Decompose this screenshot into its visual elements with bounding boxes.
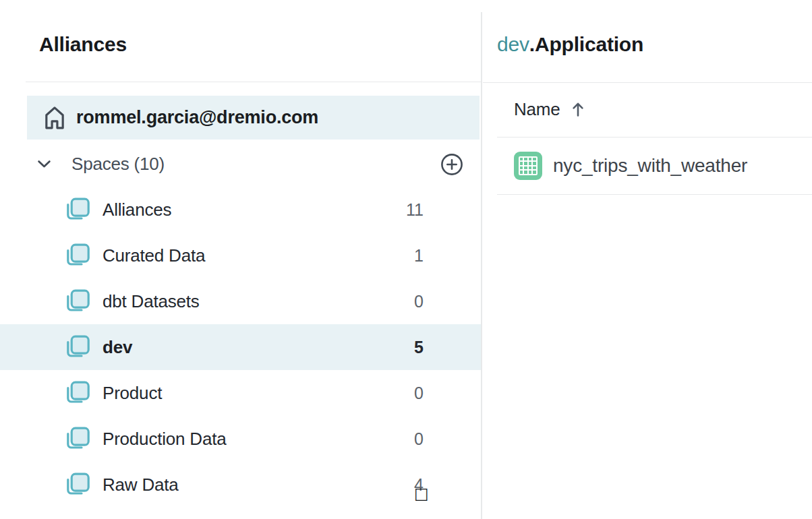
dataset-grid-icon [514, 152, 542, 180]
space-name-label: dev [103, 337, 401, 358]
spaces-section-label: Spaces (10) [71, 154, 440, 175]
space-icon [64, 197, 90, 222]
space-dataset-count: 0 [401, 384, 424, 403]
space-dataset-count: 0 [401, 292, 424, 311]
home-user-label: rommel.garcia@dremio.com [76, 107, 318, 128]
dataset-row[interactable]: nyc_trips_with_weather [482, 138, 812, 194]
space-name-label: Product [103, 383, 401, 404]
breadcrumb: dev.Application [497, 34, 643, 55]
panel-header-divider [483, 82, 812, 83]
space-icon [64, 426, 90, 452]
breadcrumb-separator: . [529, 33, 535, 55]
plus-circle-icon [440, 153, 463, 176]
name-column-label: Name [514, 99, 560, 120]
space-tree-row[interactable]: Production Data 0 [0, 416, 481, 462]
space-tree-row[interactable]: Curated Data 1 [0, 233, 481, 278]
name-column-header[interactable]: Name [514, 99, 585, 120]
sort-ascending-icon [571, 101, 585, 118]
space-dataset-count: 11 [401, 200, 424, 220]
space-name-label: Alliances [103, 200, 401, 220]
space-icon [64, 288, 90, 314]
space-icon [64, 380, 90, 406]
breadcrumb-space-link[interactable]: dev [497, 33, 529, 55]
space-name-label: Raw Data [103, 475, 401, 495]
space-dataset-count: 0 [401, 429, 424, 449]
home-user-row[interactable]: rommel.garcia@dremio.com [27, 96, 480, 140]
space-dataset-count: 5 [401, 338, 424, 357]
space-name-label: dbt Datasets [103, 291, 401, 312]
space-icon [64, 472, 90, 497]
space-icon [64, 243, 90, 268]
add-space-button[interactable] [440, 153, 463, 176]
space-tree-row[interactable]: Alliances 11 [0, 187, 481, 233]
space-name-label: Curated Data [103, 245, 401, 266]
space-tree-row[interactable]: Product 0 [0, 370, 481, 416]
space-tree-row[interactable]: dev 5 [0, 324, 481, 370]
chevron-down-icon[interactable] [37, 160, 51, 169]
space-tree-row[interactable]: Raw Data 4 [0, 462, 481, 508]
space-name-label: Production Data [103, 429, 401, 450]
spaces-section-header[interactable]: Spaces (10) [0, 142, 481, 187]
spaces-tree-list: Alliances 11 Curated Data 1 [0, 187, 481, 508]
breadcrumb-entity: Application [535, 33, 643, 55]
stray-glyph-box: □ [414, 485, 429, 502]
space-dataset-count: 1 [401, 246, 424, 266]
space-icon [64, 334, 90, 360]
dataset-row-divider [497, 194, 812, 195]
sidebar-title-divider [26, 82, 481, 82]
dataset-name-label: nyc_trips_with_weather [553, 155, 747, 177]
spaces-sidebar: Alliances rommel.garcia@dremio.com Space… [0, 0, 481, 519]
catalog-page: Alliances rommel.garcia@dremio.com Space… [0, 0, 812, 519]
dataset-browser-panel: dev.Application Name nyc_trips_with_weat… [482, 0, 812, 519]
home-icon [42, 103, 67, 132]
space-tree-row[interactable]: dbt Datasets 0 [0, 278, 481, 324]
sidebar-title: Alliances [39, 34, 127, 55]
